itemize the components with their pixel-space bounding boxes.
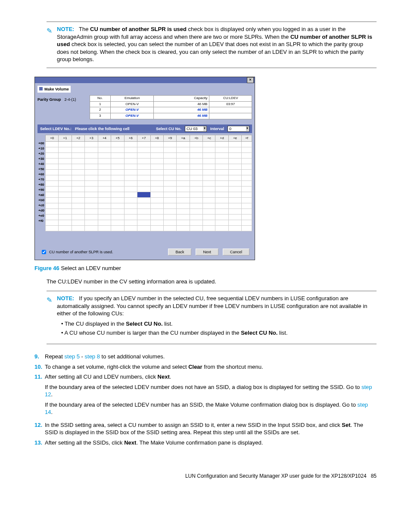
grid-cell[interactable]: [98, 164, 111, 170]
grid-cell[interactable]: [215, 175, 228, 181]
grid-cell[interactable]: [228, 203, 241, 209]
grid-cell[interactable]: [190, 215, 202, 220]
grid-cell[interactable]: [85, 153, 98, 159]
grid-cell[interactable]: [215, 198, 228, 203]
slpr-checkbox-input[interactable]: [42, 250, 46, 254]
grid-cell[interactable]: [111, 209, 124, 215]
grid-cell[interactable]: [203, 159, 215, 164]
grid-cell[interactable]: [215, 203, 228, 209]
grid-cell[interactable]: [177, 164, 190, 170]
grid-cell[interactable]: [137, 142, 150, 147]
table-row[interactable]: 2OPEN-V46 MB: [90, 107, 252, 113]
grid-cell[interactable]: [72, 220, 84, 226]
grid-cell[interactable]: [203, 203, 215, 209]
grid-cell[interactable]: [72, 203, 84, 209]
grid-cell[interactable]: [59, 175, 72, 181]
grid-cell[interactable]: [85, 209, 98, 215]
grid-cell[interactable]: [59, 153, 72, 159]
grid-cell[interactable]: [228, 209, 241, 215]
grid-cell[interactable]: [59, 215, 72, 220]
grid-cell[interactable]: [228, 192, 241, 198]
grid-cell[interactable]: [150, 226, 163, 231]
grid-cell[interactable]: [242, 181, 252, 187]
grid-cell[interactable]: [137, 159, 150, 164]
grid-cell[interactable]: [98, 159, 111, 164]
grid-cell[interactable]: [59, 147, 72, 153]
grid-cell[interactable]: [137, 181, 150, 187]
grid-cell[interactable]: [98, 192, 111, 198]
grid-cell[interactable]: [177, 181, 190, 187]
grid-cell[interactable]: [228, 181, 241, 187]
grid-cell[interactable]: [46, 170, 59, 175]
grid-cell[interactable]: [190, 153, 202, 159]
grid-cell[interactable]: [137, 226, 150, 231]
grid-cell[interactable]: [177, 187, 190, 192]
grid-cell[interactable]: [137, 203, 150, 209]
grid-cell[interactable]: [190, 220, 202, 226]
grid-cell[interactable]: [228, 153, 241, 159]
grid-cell[interactable]: [85, 226, 98, 231]
grid-cell[interactable]: [190, 187, 202, 192]
grid-cell[interactable]: [177, 142, 190, 147]
ldev-grid[interactable]: +00+10+20+30+40+50+60+70+80+90+a0+b0+c0+…: [37, 135, 252, 231]
grid-cell[interactable]: [72, 198, 84, 203]
grid-cell[interactable]: [124, 215, 137, 220]
grid-cell[interactable]: [85, 203, 98, 209]
grid-cell[interactable]: [215, 153, 228, 159]
grid-cell[interactable]: [124, 226, 137, 231]
grid-cell[interactable]: [190, 142, 202, 147]
table-row[interactable]: 1OPEN-V46 MB03:97: [90, 101, 252, 107]
grid-cell[interactable]: [228, 187, 241, 192]
grid-cell[interactable]: [177, 153, 190, 159]
grid-cell[interactable]: [46, 198, 59, 203]
grid-cell[interactable]: [228, 164, 241, 170]
grid-cell[interactable]: [203, 215, 215, 220]
grid-cell[interactable]: [215, 181, 228, 187]
grid-cell[interactable]: [150, 153, 163, 159]
next-button[interactable]: Next: [196, 249, 218, 255]
grid-cell[interactable]: [137, 170, 150, 175]
grid-cell[interactable]: [163, 226, 176, 231]
grid-cell[interactable]: [163, 209, 176, 215]
grid-cell[interactable]: [215, 164, 228, 170]
grid-cell[interactable]: [150, 192, 163, 198]
grid-cell[interactable]: [242, 159, 252, 164]
grid-cell[interactable]: [85, 187, 98, 192]
grid-cell[interactable]: [177, 170, 190, 175]
grid-cell[interactable]: [215, 220, 228, 226]
grid-cell[interactable]: [150, 187, 163, 192]
grid-cell[interactable]: [46, 147, 59, 153]
grid-cell[interactable]: [124, 187, 137, 192]
back-button[interactable]: Back: [168, 249, 191, 255]
grid-cell[interactable]: [85, 170, 98, 175]
grid-cell[interactable]: [215, 192, 228, 198]
grid-cell[interactable]: [59, 164, 72, 170]
grid-cell[interactable]: [242, 187, 252, 192]
grid-cell[interactable]: [215, 215, 228, 220]
grid-cell[interactable]: [177, 198, 190, 203]
grid-cell[interactable]: [242, 203, 252, 209]
grid-cell[interactable]: [46, 209, 59, 215]
grid-cell[interactable]: [124, 142, 137, 147]
grid-cell[interactable]: [163, 187, 176, 192]
grid-cell[interactable]: [98, 142, 111, 147]
grid-cell[interactable]: [111, 198, 124, 203]
grid-cell[interactable]: [85, 181, 98, 187]
grid-cell[interactable]: [111, 220, 124, 226]
grid-cell[interactable]: [124, 159, 137, 164]
grid-cell[interactable]: [163, 147, 176, 153]
grid-cell[interactable]: [124, 192, 137, 198]
grid-cell[interactable]: [124, 170, 137, 175]
grid-cell[interactable]: [163, 215, 176, 220]
grid-cell[interactable]: [72, 209, 84, 215]
grid-cell[interactable]: [98, 187, 111, 192]
grid-cell[interactable]: [190, 170, 202, 175]
grid-cell[interactable]: [85, 220, 98, 226]
grid-cell[interactable]: [111, 164, 124, 170]
grid-cell[interactable]: [111, 175, 124, 181]
grid-cell[interactable]: [215, 209, 228, 215]
grid-cell[interactable]: [59, 187, 72, 192]
grid-cell[interactable]: [163, 164, 176, 170]
grid-cell[interactable]: [124, 153, 137, 159]
grid-cell[interactable]: [98, 203, 111, 209]
